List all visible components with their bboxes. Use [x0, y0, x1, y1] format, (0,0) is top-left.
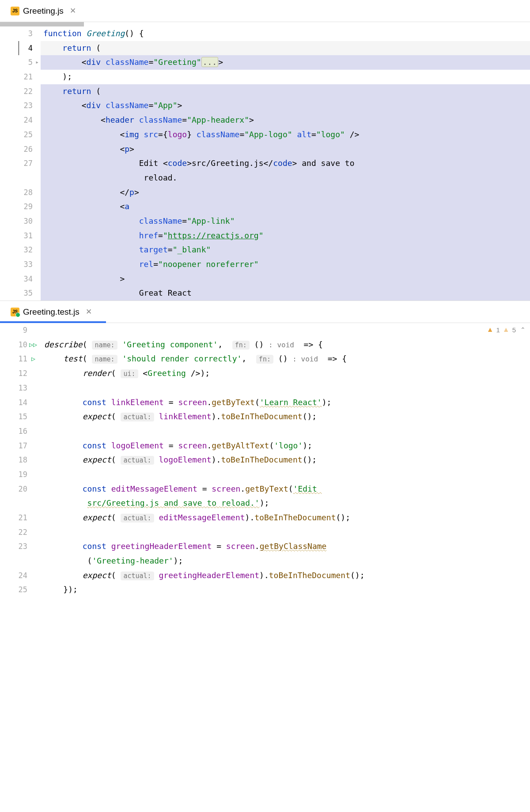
editor-pane-bottom: JS Greeting.test.js ✕ ▲1 ▲5 ⌃ 9 10▷▷ 11▷…: [0, 301, 530, 597]
line-number: 21: [0, 70, 33, 84]
line-number: 18: [0, 453, 27, 467]
line-number: 17: [0, 439, 27, 453]
line-number: 32: [0, 243, 33, 257]
line-number: 29: [0, 199, 33, 214]
line-number: 33: [0, 257, 33, 272]
line-number: 23: [0, 98, 33, 113]
line-number: 4: [0, 41, 33, 56]
tab-filename: Greeting.js: [23, 6, 64, 16]
line-number: 24: [0, 568, 27, 583]
line-number: 12: [0, 366, 27, 381]
fold-toggle-icon[interactable]: ▸: [35, 55, 39, 70]
close-tab-icon[interactable]: ✕: [70, 6, 76, 15]
line-number: 9: [0, 323, 27, 338]
file-tab-greeting[interactable]: JS Greeting.js ✕: [4, 0, 82, 22]
run-test-icon[interactable]: ▷: [31, 352, 35, 366]
line-number: 24: [0, 113, 33, 128]
js-test-file-icon: JS: [11, 308, 19, 316]
line-number: [0, 171, 33, 185]
code-area[interactable]: function Greeting() { return ( <div clas…: [41, 26, 530, 301]
line-number: [0, 554, 27, 568]
line-number: 31: [0, 229, 33, 243]
line-number: [0, 496, 27, 511]
line-number: 10▷▷: [0, 338, 27, 352]
file-tab-greeting-test[interactable]: JS Greeting.test.js ✕: [4, 301, 98, 323]
line-number: 22: [0, 84, 33, 99]
line-number: 28: [0, 185, 33, 200]
code-editor[interactable]: 3 4 5▸ 21 22 23 24 25 26 27 28 29 30 31 …: [0, 26, 530, 301]
line-gutter: 3 4 5▸ 21 22 23 24 25 26 27 28 29 30 31 …: [0, 26, 41, 301]
line-number: 5▸: [0, 55, 33, 70]
line-number: 22: [0, 525, 27, 540]
line-number: 13: [0, 381, 27, 395]
line-number: 3: [0, 26, 33, 41]
line-number: 25: [0, 583, 27, 597]
line-number: 19: [0, 467, 27, 482]
line-number: 14: [0, 395, 27, 410]
line-number: 23: [0, 539, 27, 554]
close-tab-icon[interactable]: ✕: [86, 307, 92, 316]
line-number: 11▷: [0, 352, 27, 366]
line-number: 20: [0, 482, 27, 496]
line-number: 30: [0, 214, 33, 229]
line-number: 34: [0, 272, 33, 286]
line-number: 25: [0, 128, 33, 142]
tab-bar: JS Greeting.test.js ✕: [0, 301, 530, 323]
code-area[interactable]: describe( name: 'Greeting component', fn…: [35, 323, 530, 597]
line-number: 26: [0, 142, 33, 157]
editor-pane-top: JS Greeting.js ✕ 3 4 5▸ 21 22 23 24 25 2…: [0, 0, 530, 301]
tab-bar: JS Greeting.js ✕: [0, 0, 530, 22]
line-number: 35: [0, 286, 33, 301]
horizontal-scrollbar[interactable]: [0, 22, 530, 26]
js-file-icon: JS: [11, 7, 19, 15]
line-number: 16: [0, 424, 27, 439]
scrollbar-thumb[interactable]: [0, 22, 84, 26]
line-number: 27: [0, 156, 33, 171]
line-number: 21: [0, 511, 27, 525]
line-number: 15: [0, 410, 27, 424]
code-editor[interactable]: ▲1 ▲5 ⌃ 9 10▷▷ 11▷ 12 13 14 15 16 17 18 …: [0, 323, 530, 597]
tab-filename: Greeting.test.js: [23, 307, 80, 317]
folded-region[interactable]: ...: [201, 57, 219, 67]
line-gutter: 9 10▷▷ 11▷ 12 13 14 15 16 17 18 19 20 21…: [0, 323, 35, 597]
